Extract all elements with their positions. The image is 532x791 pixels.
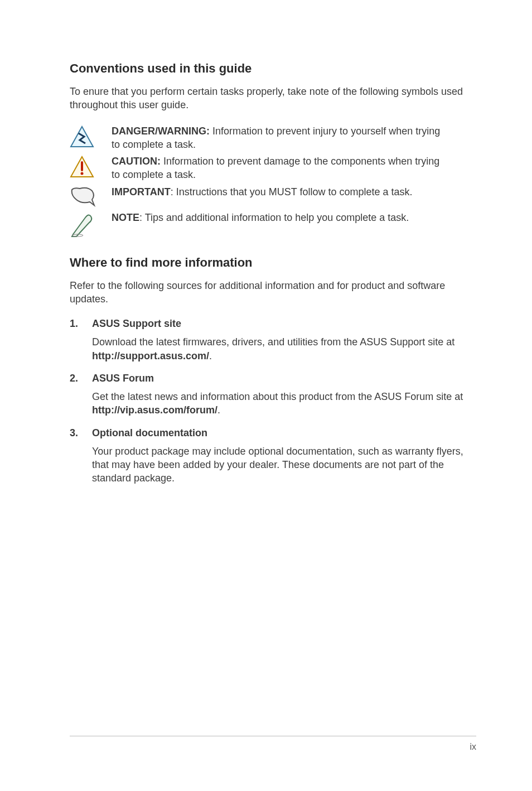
note-icon xyxy=(70,211,112,238)
info-body: Download the latest firmwares, drivers, … xyxy=(92,335,476,363)
svg-point-3 xyxy=(81,172,84,175)
svg-marker-0 xyxy=(71,127,93,147)
caution-icon xyxy=(70,155,112,178)
section-heading-conventions: Conventions used in this guide xyxy=(70,61,476,76)
page-number: ix xyxy=(470,742,476,751)
page-footer: ix xyxy=(70,736,476,752)
danger-warning-icon xyxy=(70,124,112,148)
info-title: Optional documentation xyxy=(92,427,476,439)
info-body: Your product package may include optiona… xyxy=(92,445,476,485)
info-item-forum: ASUS Forum Get the latest news and infor… xyxy=(70,373,476,417)
info-title: ASUS Forum xyxy=(92,373,476,384)
info-title: ASUS Support site xyxy=(92,318,476,330)
info-body-pre: Download the latest firmwares, drivers, … xyxy=(92,336,454,348)
convention-text: CAUTION: Information to prevent damage t… xyxy=(112,155,476,182)
convention-body: Information to prevent damage to the com… xyxy=(112,156,439,180)
info-body: Get the latest news and information abou… xyxy=(92,390,476,417)
info-body-pre: Your product package may include optiona… xyxy=(92,446,463,484)
convention-label: CAUTION: xyxy=(112,156,161,167)
info-body-pre: Get the latest news and information abou… xyxy=(92,391,463,402)
convention-item-caution: CAUTION: Information to prevent damage t… xyxy=(70,155,476,182)
info-item-optional: Optional documentation Your product pack… xyxy=(70,427,476,485)
convention-text: DANGER/WARNING: Information to prevent i… xyxy=(112,124,476,152)
convention-label: NOTE xyxy=(112,212,139,223)
convention-item-important: IMPORTANT: Instructions that you MUST fo… xyxy=(70,185,476,208)
convention-text: IMPORTANT: Instructions that you MUST fo… xyxy=(112,185,441,199)
convention-label: DANGER/WARNING: xyxy=(112,126,210,137)
important-icon xyxy=(70,185,112,208)
convention-label: IMPORTANT xyxy=(112,186,171,197)
info-body-post: . xyxy=(217,404,220,416)
info-item-support: ASUS Support site Download the latest fi… xyxy=(70,318,476,363)
convention-body: : Instructions that you MUST follow to c… xyxy=(171,186,413,197)
conventions-lead: To enure that you perform certain tasks … xyxy=(70,85,476,112)
section-heading-where: Where to find more information xyxy=(70,255,476,270)
where-lead: Refer to the following sources for addit… xyxy=(70,279,476,306)
convention-text: NOTE: Tips and additional information to… xyxy=(112,211,437,224)
info-list: ASUS Support site Download the latest fi… xyxy=(70,318,476,485)
convention-item-note: NOTE: Tips and additional information to… xyxy=(70,211,476,238)
convention-item-danger: DANGER/WARNING: Information to prevent i… xyxy=(70,124,476,152)
info-body-bold: http://vip.asus.com/forum/ xyxy=(92,404,217,416)
info-body-post: . xyxy=(209,350,212,361)
info-body-bold: http://support.asus.com/ xyxy=(92,350,209,361)
convention-body: : Tips and additional information to hel… xyxy=(139,212,409,223)
